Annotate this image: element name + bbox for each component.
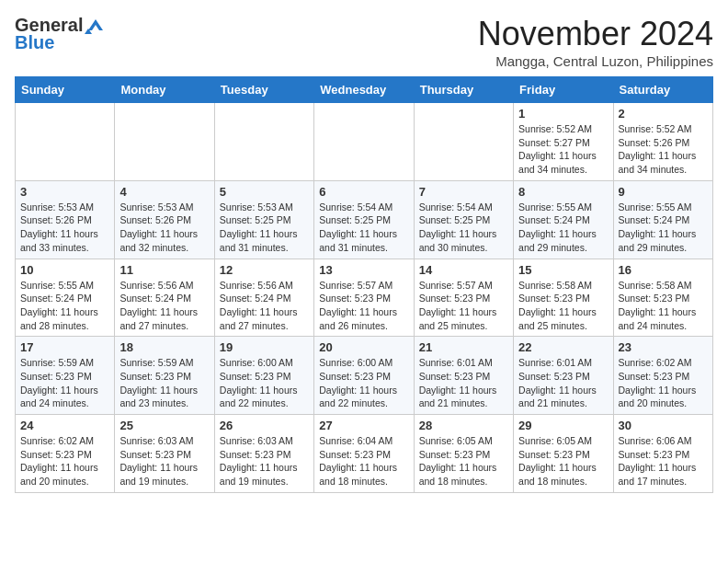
day-number: 4 bbox=[119, 185, 209, 199]
calendar-cell: 22Sunrise: 6:01 AMSunset: 5:23 PMDayligh… bbox=[514, 337, 613, 415]
day-info: Sunrise: 5:52 AMSunset: 5:27 PMDaylight:… bbox=[518, 122, 608, 177]
location-subtitle: Mangga, Central Luzon, Philippines bbox=[478, 53, 713, 69]
calendar-cell: 10Sunrise: 5:55 AMSunset: 5:24 PMDayligh… bbox=[16, 259, 115, 337]
day-number: 11 bbox=[119, 263, 209, 277]
calendar-cell: 29Sunrise: 6:05 AMSunset: 5:23 PMDayligh… bbox=[514, 415, 613, 493]
svg-marker-0 bbox=[88, 19, 103, 30]
calendar-cell: 26Sunrise: 6:03 AMSunset: 5:23 PMDayligh… bbox=[214, 415, 313, 493]
day-number: 9 bbox=[619, 185, 708, 199]
day-number: 28 bbox=[419, 419, 508, 432]
calendar-cell: 17Sunrise: 5:59 AMSunset: 5:23 PMDayligh… bbox=[16, 337, 115, 415]
day-number: 20 bbox=[319, 340, 408, 354]
calendar-cell: 30Sunrise: 6:06 AMSunset: 5:23 PMDayligh… bbox=[613, 415, 712, 493]
day-number: 29 bbox=[518, 419, 608, 432]
weekday-header-sunday: Sunday bbox=[16, 77, 115, 103]
calendar-cell: 6Sunrise: 5:54 AMSunset: 5:25 PMDaylight… bbox=[314, 180, 414, 259]
calendar-cell: 9Sunrise: 5:55 AMSunset: 5:24 PMDaylight… bbox=[613, 180, 712, 259]
day-number: 1 bbox=[518, 107, 608, 121]
day-info: Sunrise: 5:58 AMSunset: 5:23 PMDaylight:… bbox=[619, 279, 708, 333]
logo: General Blue bbox=[15, 15, 105, 53]
day-info: Sunrise: 5:57 AMSunset: 5:23 PMDaylight:… bbox=[419, 279, 508, 333]
day-number: 24 bbox=[20, 419, 109, 432]
day-info: Sunrise: 5:55 AMSunset: 5:24 PMDaylight:… bbox=[619, 201, 708, 255]
calendar-cell: 3Sunrise: 5:53 AMSunset: 5:26 PMDaylight… bbox=[16, 180, 115, 259]
day-info: Sunrise: 5:53 AMSunset: 5:25 PMDaylight:… bbox=[220, 201, 309, 255]
calendar-week-row: 17Sunrise: 5:59 AMSunset: 5:23 PMDayligh… bbox=[16, 337, 713, 415]
calendar-week-row: 3Sunrise: 5:53 AMSunset: 5:26 PMDaylight… bbox=[16, 180, 713, 259]
calendar-cell: 2Sunrise: 5:52 AMSunset: 5:26 PMDaylight… bbox=[613, 103, 712, 181]
calendar-cell: 14Sunrise: 5:57 AMSunset: 5:23 PMDayligh… bbox=[414, 259, 513, 337]
day-number: 21 bbox=[419, 340, 508, 354]
day-info: Sunrise: 6:05 AMSunset: 5:23 PMDaylight:… bbox=[518, 434, 608, 488]
day-info: Sunrise: 6:00 AMSunset: 5:23 PMDaylight:… bbox=[220, 356, 309, 410]
day-info: Sunrise: 6:03 AMSunset: 5:23 PMDaylight:… bbox=[119, 434, 209, 488]
calendar-cell bbox=[16, 103, 115, 181]
day-info: Sunrise: 5:59 AMSunset: 5:23 PMDaylight:… bbox=[119, 356, 209, 410]
calendar-cell bbox=[414, 103, 513, 181]
calendar-cell: 20Sunrise: 6:00 AMSunset: 5:23 PMDayligh… bbox=[314, 337, 414, 415]
calendar-cell: 5Sunrise: 5:53 AMSunset: 5:25 PMDaylight… bbox=[214, 180, 313, 259]
calendar-cell: 8Sunrise: 5:55 AMSunset: 5:24 PMDaylight… bbox=[514, 180, 613, 259]
month-title: November 2024 bbox=[478, 15, 713, 53]
calendar-cell: 7Sunrise: 5:54 AMSunset: 5:25 PMDaylight… bbox=[414, 180, 513, 259]
day-number: 7 bbox=[419, 185, 508, 199]
day-info: Sunrise: 5:57 AMSunset: 5:23 PMDaylight:… bbox=[319, 279, 408, 333]
day-info: Sunrise: 6:01 AMSunset: 5:23 PMDaylight:… bbox=[419, 356, 508, 410]
day-info: Sunrise: 6:06 AMSunset: 5:23 PMDaylight:… bbox=[619, 434, 708, 488]
day-number: 27 bbox=[319, 419, 408, 432]
day-info: Sunrise: 6:05 AMSunset: 5:23 PMDaylight:… bbox=[419, 434, 508, 488]
title-block: November 2024 Mangga, Central Luzon, Phi… bbox=[478, 15, 713, 69]
logo-icon bbox=[85, 17, 105, 34]
day-info: Sunrise: 5:54 AMSunset: 5:25 PMDaylight:… bbox=[319, 201, 408, 255]
calendar-week-row: 24Sunrise: 6:02 AMSunset: 5:23 PMDayligh… bbox=[16, 415, 713, 493]
day-number: 17 bbox=[20, 340, 109, 354]
day-info: Sunrise: 5:56 AMSunset: 5:24 PMDaylight:… bbox=[119, 279, 209, 333]
day-number: 2 bbox=[619, 107, 708, 121]
calendar-cell: 28Sunrise: 6:05 AMSunset: 5:23 PMDayligh… bbox=[414, 415, 513, 493]
day-number: 14 bbox=[419, 263, 508, 277]
day-number: 8 bbox=[518, 185, 608, 199]
calendar-cell: 19Sunrise: 6:00 AMSunset: 5:23 PMDayligh… bbox=[214, 337, 313, 415]
weekday-header-saturday: Saturday bbox=[613, 77, 712, 103]
page-header: General Blue November 2024 Mangga, Centr… bbox=[15, 15, 713, 69]
day-info: Sunrise: 6:02 AMSunset: 5:23 PMDaylight:… bbox=[20, 434, 109, 488]
calendar-cell: 18Sunrise: 5:59 AMSunset: 5:23 PMDayligh… bbox=[115, 337, 214, 415]
day-number: 25 bbox=[119, 419, 209, 432]
calendar-cell: 16Sunrise: 5:58 AMSunset: 5:23 PMDayligh… bbox=[613, 259, 712, 337]
day-info: Sunrise: 6:01 AMSunset: 5:23 PMDaylight:… bbox=[518, 356, 608, 410]
weekday-header-tuesday: Tuesday bbox=[214, 77, 313, 103]
day-number: 16 bbox=[619, 263, 708, 277]
calendar-cell: 25Sunrise: 6:03 AMSunset: 5:23 PMDayligh… bbox=[115, 415, 214, 493]
calendar-table: SundayMondayTuesdayWednesdayThursdayFrid… bbox=[15, 76, 713, 493]
calendar-cell bbox=[214, 103, 313, 181]
day-number: 30 bbox=[619, 419, 708, 432]
calendar-cell: 1Sunrise: 5:52 AMSunset: 5:27 PMDaylight… bbox=[514, 103, 613, 181]
day-info: Sunrise: 5:53 AMSunset: 5:26 PMDaylight:… bbox=[119, 201, 209, 255]
day-info: Sunrise: 5:55 AMSunset: 5:24 PMDaylight:… bbox=[518, 201, 608, 255]
calendar-cell: 23Sunrise: 6:02 AMSunset: 5:23 PMDayligh… bbox=[613, 337, 712, 415]
calendar-cell: 24Sunrise: 6:02 AMSunset: 5:23 PMDayligh… bbox=[16, 415, 115, 493]
day-number: 13 bbox=[319, 263, 408, 277]
calendar-cell: 4Sunrise: 5:53 AMSunset: 5:26 PMDaylight… bbox=[115, 180, 214, 259]
calendar-cell: 11Sunrise: 5:56 AMSunset: 5:24 PMDayligh… bbox=[115, 259, 214, 337]
calendar-cell: 13Sunrise: 5:57 AMSunset: 5:23 PMDayligh… bbox=[314, 259, 414, 337]
calendar-cell: 21Sunrise: 6:01 AMSunset: 5:23 PMDayligh… bbox=[414, 337, 513, 415]
day-info: Sunrise: 5:59 AMSunset: 5:23 PMDaylight:… bbox=[20, 356, 109, 410]
day-info: Sunrise: 5:58 AMSunset: 5:23 PMDaylight:… bbox=[518, 279, 608, 333]
day-info: Sunrise: 6:00 AMSunset: 5:23 PMDaylight:… bbox=[319, 356, 408, 410]
day-number: 15 bbox=[518, 263, 608, 277]
day-number: 26 bbox=[220, 419, 309, 432]
logo-blue: Blue bbox=[15, 32, 54, 53]
day-info: Sunrise: 6:03 AMSunset: 5:23 PMDaylight:… bbox=[220, 434, 309, 488]
calendar-cell bbox=[115, 103, 214, 181]
day-number: 6 bbox=[319, 185, 408, 199]
weekday-header-thursday: Thursday bbox=[414, 77, 513, 103]
calendar-cell bbox=[314, 103, 414, 181]
day-number: 3 bbox=[20, 185, 109, 199]
weekday-header-row: SundayMondayTuesdayWednesdayThursdayFrid… bbox=[16, 77, 713, 103]
day-info: Sunrise: 5:55 AMSunset: 5:24 PMDaylight:… bbox=[20, 279, 109, 333]
day-info: Sunrise: 5:54 AMSunset: 5:25 PMDaylight:… bbox=[419, 201, 508, 255]
day-number: 18 bbox=[119, 340, 209, 354]
day-number: 5 bbox=[220, 185, 309, 199]
weekday-header-monday: Monday bbox=[115, 77, 214, 103]
